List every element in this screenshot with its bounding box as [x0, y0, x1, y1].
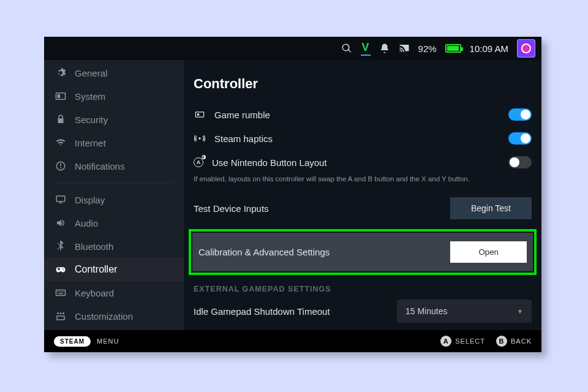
footer-b-back[interactable]: B BACK — [496, 336, 532, 347]
begin-test-button[interactable]: Begin Test — [450, 197, 532, 219]
sidebar-item-general[interactable]: General — [44, 61, 184, 85]
sidebar-item-controller[interactable]: Controller — [44, 258, 184, 281]
setting-label: Calibration & Advanced Settings — [198, 247, 330, 257]
nintendo-layout-icon: AB — [194, 157, 203, 167]
a-button-icon: A — [440, 336, 451, 347]
setting-calibration-advanced: Calibration & Advanced Settings Open — [192, 233, 533, 271]
sidebar-item-label: Controller — [75, 264, 117, 275]
battery-percentage: 92% — [418, 43, 437, 54]
notifications-icon[interactable] — [379, 43, 390, 54]
display-icon — [55, 194, 66, 205]
svg-point-13 — [198, 137, 200, 139]
calibration-row[interactable]: Calibration & Advanced Settings Open — [192, 233, 533, 271]
steam-deck-ui: V 92% 10:09 AM General System Securit — [44, 37, 541, 352]
toggle-steam-haptics[interactable] — [508, 132, 532, 145]
sidebar-item-label: Notifications — [75, 161, 125, 172]
sidebar-item-bluetooth[interactable]: Bluetooth — [44, 235, 184, 258]
svg-point-8 — [57, 312, 59, 314]
haptics-icon — [194, 132, 206, 145]
gear-icon — [55, 67, 66, 78]
setting-game-rumble[interactable]: Game rumble — [192, 103, 533, 127]
customization-icon — [55, 311, 66, 322]
toggle-nintendo-layout[interactable] — [508, 156, 532, 168]
svg-point-10 — [62, 312, 64, 314]
search-icon[interactable] — [341, 43, 352, 54]
svg-rect-3 — [60, 164, 61, 167]
svg-rect-12 — [197, 113, 199, 115]
sidebar-item-system[interactable]: System — [44, 85, 184, 108]
wifi-icon — [55, 137, 66, 148]
cast-icon[interactable] — [399, 43, 410, 54]
svg-rect-7 — [56, 290, 66, 296]
sidebar-item-label: Keyboard — [75, 288, 114, 298]
sidebar-item-customization[interactable]: Customization — [44, 304, 184, 328]
footer-action-label: BACK — [511, 337, 532, 345]
setting-label: Test Device Inputs — [194, 203, 269, 214]
sidebar-item-label: General — [75, 68, 107, 78]
settings-content: Controller Game rumble Steam haptics — [184, 60, 541, 330]
system-icon — [55, 91, 66, 102]
keyboard-icon — [55, 287, 66, 298]
lock-icon — [55, 114, 66, 125]
b-button-icon: B — [496, 336, 507, 347]
sidebar-item-display[interactable]: Display — [44, 188, 184, 211]
svg-rect-6 — [59, 203, 62, 204]
battery-icon — [445, 44, 461, 53]
sidebar-item-label: Security — [75, 115, 108, 125]
setting-label: Use Nintendo Button Layout — [212, 157, 327, 168]
sidebar-item-label: Bluetooth — [75, 241, 113, 252]
rumble-icon — [194, 108, 206, 121]
footer-action-label: SELECT — [455, 337, 485, 345]
setting-test-device-inputs: Test Device Inputs Begin Test — [192, 190, 533, 227]
select-value: 15 Minutes — [405, 306, 447, 316]
sidebar-item-audio[interactable]: Audio — [44, 211, 184, 235]
toggle-game-rumble[interactable] — [508, 108, 532, 121]
bluetooth-icon — [55, 241, 66, 252]
nintendo-layout-help: If enabled, layouts on this controller w… — [192, 174, 533, 190]
page-title: Controller — [192, 76, 533, 92]
setting-steam-haptics[interactable]: Steam haptics — [192, 127, 533, 151]
setting-label: Game rumble — [214, 110, 270, 120]
footer-menu-label: MENU — [97, 337, 119, 345]
notifications-icon — [55, 160, 66, 172]
sidebar-item-notifications[interactable]: Notifications — [44, 154, 184, 178]
sidebar-item-label: Display — [75, 195, 105, 205]
sidebar-item-keyboard[interactable]: Keyboard — [44, 281, 184, 304]
chevron-down-icon: ▼ — [517, 308, 523, 315]
settings-sidebar: General System Security Internet Notific… — [44, 60, 184, 330]
clock: 10:09 AM — [470, 43, 508, 54]
svg-point-9 — [60, 312, 62, 314]
svg-rect-11 — [195, 112, 203, 117]
footer-bar: STEAM MENU A SELECT B BACK — [44, 330, 541, 352]
running-game-icon[interactable]: V — [361, 41, 371, 56]
setting-label: Steam haptics — [214, 134, 273, 144]
setting-idle-timeout: Idle Gamepad Shutdown Timeout 15 Minutes… — [192, 297, 533, 330]
svg-point-4 — [60, 167, 61, 168]
section-external-gamepad: EXTERNAL GAMEPAD SETTINGS — [192, 280, 533, 297]
svg-rect-5 — [56, 196, 65, 202]
sidebar-item-security[interactable]: Security — [44, 108, 184, 131]
idle-timeout-select[interactable]: 15 Minutes ▼ — [397, 300, 532, 323]
avatar[interactable] — [517, 39, 535, 58]
setting-nintendo-layout[interactable]: AB Use Nintendo Button Layout — [192, 151, 533, 174]
status-bar: V 92% 10:09 AM — [44, 37, 541, 60]
svg-rect-1 — [58, 94, 61, 98]
open-button[interactable]: Open — [450, 241, 527, 263]
steam-button[interactable]: STEAM — [54, 336, 91, 347]
sidebar-item-label: Internet — [75, 138, 106, 148]
audio-icon — [55, 217, 66, 228]
setting-label: Idle Gamepad Shutdown Timeout — [194, 306, 330, 317]
sidebar-item-label: Customization — [75, 311, 133, 322]
footer-a-select[interactable]: A SELECT — [440, 336, 485, 347]
sidebar-item-label: Audio — [75, 218, 98, 228]
controller-icon — [55, 264, 66, 275]
sidebar-item-internet[interactable]: Internet — [44, 131, 184, 154]
sidebar-item-label: System — [75, 91, 105, 102]
